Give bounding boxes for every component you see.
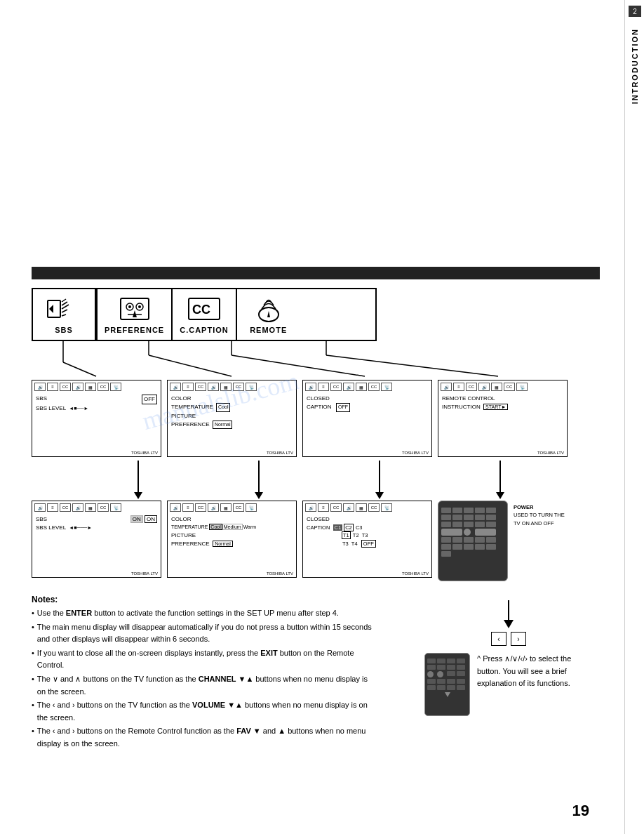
svg-line-2 (62, 299, 66, 302)
note-5-text: The ‹ and › buttons on the TV function a… (37, 699, 375, 724)
screen-icon-2: ≡ (47, 383, 58, 391)
bullet-6: • (32, 725, 34, 750)
screen-icon-5: ▦ (85, 383, 96, 391)
note-1-text: Use the ENTER button to activate the fun… (37, 607, 339, 620)
svg-text:CC: CC (192, 303, 210, 317)
svg-point-11 (138, 305, 141, 308)
note-3-text: If you want to close all the on-screen d… (37, 647, 375, 672)
ccaption-bottom-content: CLOSED CAPTION C1 C2 C3 T1 T2 T3 T3 T4 O… (305, 514, 429, 549)
pref-icon-6: CC (233, 383, 244, 391)
sbs2-icon-1: 🔊 (34, 503, 46, 512)
sbs-label: SBS (55, 326, 73, 334)
rem-icon-6: CC (504, 383, 515, 391)
remote-device (438, 501, 508, 581)
note-4-text: The ∨ and ∧ buttons on the TV function a… (37, 673, 375, 698)
svg-line-23 (232, 355, 365, 376)
svg-marker-17 (267, 311, 270, 317)
svg-marker-1 (49, 305, 53, 313)
note-2: • The main menu display will disappear a… (32, 621, 375, 646)
icons-row: SBS PREFERENCE CC C.CAPTION (32, 288, 377, 341)
notes-section: Notes: • Use the ENTER button to activat… (32, 595, 375, 750)
svg-line-19 (63, 362, 96, 376)
rem-icon-4: 🔊 (478, 383, 490, 391)
left-arrow-btn[interactable]: ‹ (491, 632, 507, 646)
sbs-icon (46, 295, 81, 323)
ccaption-bottom-screen: 🔊 ≡ CC 🔊 ▦ CC 📡 CLOSED CAPTION C1 C2 C3 … (302, 501, 432, 578)
pref2-icon-3: CC (195, 503, 206, 512)
press-text: ^ Press ∧/∨/‹/› to select the button. Yo… (477, 653, 593, 690)
small-remote (424, 653, 470, 716)
sbs-bottom-content: SBSON ON SBS LEVEL ◄■───► (34, 514, 159, 534)
arrow-2 (255, 461, 263, 499)
bullet-4: • (32, 673, 34, 698)
pref2-icon-4: 🔊 (208, 503, 219, 512)
black-bar (32, 267, 600, 279)
screen-icon-1: 🔊 (34, 383, 46, 391)
rem-icon-7: 📡 (516, 383, 528, 391)
side-tab-label: INTRODUCTION (631, 28, 639, 104)
down-arrow-icon (504, 600, 514, 628)
bullet-2: • (32, 621, 34, 646)
connector-area (32, 341, 600, 380)
direction-buttons: ‹ › (424, 632, 593, 646)
preference-bottom-content: COLOR TEMPERATURE CoolMediumWarm PICTURE… (170, 514, 294, 550)
cc-icon-1: 🔊 (305, 383, 316, 391)
side-tab: 2 INTRODUCTION (624, 0, 644, 834)
remote-power-title: POWER (514, 503, 570, 511)
remote-icon (251, 295, 286, 323)
remote-power-desc: USED TO TURN THE TV ON AND OFF (514, 511, 570, 527)
preference-label: PREFERENCE (105, 326, 164, 334)
sbs2-icon-3: CC (60, 503, 71, 512)
cc-icon-3: CC (330, 383, 342, 391)
cc2-icon-6: CC (368, 503, 380, 512)
note-4: • The ∨ and ∧ buttons on the TV function… (32, 673, 375, 698)
cc-icon-4: 🔊 (343, 383, 354, 391)
arrow-1 (134, 461, 142, 499)
pref-icon-7: 📡 (246, 383, 257, 391)
svg-line-3 (62, 302, 67, 305)
ccaption-top-content: CLOSED CAPTION OFF (305, 393, 429, 413)
press-caret: ^ (477, 654, 483, 663)
top-screens-row: 🔊 ≡ CC 🔊 ▦ CC 📡 SBSOFF SBS LEVEL ◄■──► T… (32, 380, 607, 457)
rem-icon-2: ≡ (453, 383, 464, 391)
sbs2-icon-5: ▦ (85, 503, 96, 512)
ccaption-icon: CC (187, 295, 222, 323)
sbs-footer: TOSHIBA LTV (131, 451, 158, 455)
remote-device-area: POWER USED TO TURN THE TV ON AND OFF (438, 501, 568, 585)
remote-top-content: REMOTE CONTROL INSTRUCTION START► (441, 393, 565, 413)
svg-line-21 (149, 355, 232, 376)
sbs2-footer: TOSHIBA LTV (131, 571, 158, 576)
sbs2-icon-4: 🔊 (72, 503, 83, 512)
rem-icon-3: CC (466, 383, 477, 391)
pref2-icon-5: ▦ (220, 503, 232, 512)
pref-footer: TOSHIBA LTV (267, 451, 293, 455)
note-6-text: The ‹ and › buttons on the Remote Contro… (37, 725, 375, 750)
sbs-top-content: SBSOFF SBS LEVEL ◄■──► (34, 393, 159, 414)
notes-title: Notes: (32, 595, 375, 604)
svg-point-9 (128, 305, 131, 308)
pref2-icon-6: CC (233, 503, 244, 512)
bullet-1: • (32, 607, 34, 620)
pref-icon-3: CC (195, 383, 206, 391)
icon-preference: PREFERENCE (96, 289, 173, 340)
right-arrow-btn[interactable]: › (511, 632, 526, 646)
cc2-icon-1: 🔊 (305, 503, 316, 512)
remote-label-text: REMOTE (250, 326, 287, 334)
cc2-icon-3: CC (330, 503, 342, 512)
sbs-top-screen: 🔊 ≡ CC 🔊 ▦ CC 📡 SBSOFF SBS LEVEL ◄■──► T… (32, 380, 161, 457)
cc2-icon-2: ≡ (318, 503, 329, 512)
screen-icon-4: 🔊 (72, 383, 83, 391)
down-arrow-right (424, 600, 593, 628)
preference-icon (117, 295, 152, 323)
cc2-icon-5: ▦ (356, 503, 367, 512)
small-remote-buttons (427, 658, 467, 690)
svg-line-25 (326, 355, 498, 376)
arrow-4 (496, 461, 504, 499)
arrow-3 (375, 461, 384, 499)
rem-icon-1: 🔊 (441, 383, 452, 391)
pref2-icon-2: ≡ (182, 503, 194, 512)
pref2-footer: TOSHIBA LTV (267, 571, 293, 576)
preference-bottom-screen: 🔊 ≡ CC 🔊 ▦ CC 📡 COLOR TEMPERATURE CoolMe… (167, 501, 297, 578)
screen-icon-6: CC (98, 383, 109, 391)
note-2-text: The main menu display will disappear aut… (37, 621, 375, 646)
